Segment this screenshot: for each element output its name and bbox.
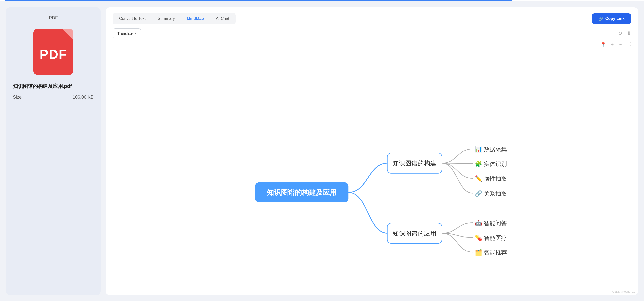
leaf-smart-qa: 🤖 智能问答: [475, 220, 507, 227]
branch2-label: 知识图谱的应用: [393, 230, 436, 237]
tab-aichat[interactable]: AI Chat: [210, 14, 234, 23]
file-meta: Size 106.06 KB: [13, 94, 94, 100]
root-node-label: 知识图谱的构建及应用: [267, 188, 337, 196]
tabs-group: Convert to Text Summary MindMap AI Chat: [112, 13, 236, 24]
chevron-down-icon: ▾: [135, 31, 136, 35]
download-icon[interactable]: ⬇: [627, 30, 631, 36]
pdf-label: PDF: [40, 47, 67, 62]
second-toolbar-row: Translate ▾ ↻ ⬇: [112, 28, 631, 38]
branch1-label: 知识图谱的构建: [393, 160, 436, 167]
leaf-smart-medical: 💊 智能医疗: [475, 234, 507, 241]
right-panel: Convert to Text Summary MindMap AI Chat …: [106, 7, 638, 295]
translate-label: Translate: [117, 31, 133, 35]
copy-link-label: Copy Link: [606, 16, 624, 21]
zoom-out-icon[interactable]: －: [618, 41, 623, 47]
link-icon: 🔗: [598, 16, 604, 21]
progress-bar: [5, 0, 512, 1]
action-icons: ↻ ⬇: [618, 30, 631, 36]
leaf-smart-recommend: 🗂️ 智能推荐: [475, 249, 507, 256]
leaf-entity-recognition: 🧩 实体识别: [475, 160, 507, 167]
leaf-relation-extraction: 🔗 关系抽取: [475, 190, 507, 197]
copy-link-button[interactable]: 🔗 Copy Link: [592, 13, 631, 24]
leaf-attribute-extraction: ✏️ 属性抽取: [475, 175, 507, 182]
pdf-fold: [62, 29, 73, 40]
fullscreen-icon[interactable]: ⛶: [626, 41, 631, 47]
watermark: CSDN @loong_ZL: [612, 290, 635, 293]
pdf-body: PDF: [33, 29, 73, 75]
leaf-data-collection: 📊 数据采集: [475, 146, 507, 153]
size-value: 106.06 KB: [73, 94, 94, 100]
pdf-icon-wrapper: PDF: [13, 28, 94, 75]
mindmap-svg: 知识图谱的构建及应用 知识图谱的构建 知识图谱的应用 📊 数据采集 🧩 实体识别…: [112, 48, 631, 290]
tab-convert[interactable]: Convert to Text: [114, 14, 151, 23]
left-panel: PDF PDF 知识图谱的构建及应用.pdf Size 106.06 KB: [6, 7, 100, 295]
tab-summary[interactable]: Summary: [152, 14, 180, 23]
translate-button[interactable]: Translate ▾: [112, 28, 141, 38]
zoom-in-icon[interactable]: ＋: [610, 41, 614, 47]
panel-label: PDF: [13, 15, 94, 21]
refresh-icon[interactable]: ↻: [618, 30, 622, 36]
zoom-row: 📍 ＋ － ⛶: [112, 41, 631, 47]
tab-mindmap[interactable]: MindMap: [181, 14, 210, 23]
toolbar-row: Convert to Text Summary MindMap AI Chat …: [112, 13, 631, 24]
pin-icon[interactable]: 📍: [600, 41, 606, 47]
pdf-icon: PDF: [33, 28, 73, 75]
size-label: Size: [13, 94, 22, 100]
mindmap-area: 知识图谱的构建及应用 知识图谱的构建 知识图谱的应用 📊 数据采集 🧩 实体识别…: [112, 48, 631, 290]
file-name: 知识图谱的构建及应用.pdf: [13, 83, 72, 90]
